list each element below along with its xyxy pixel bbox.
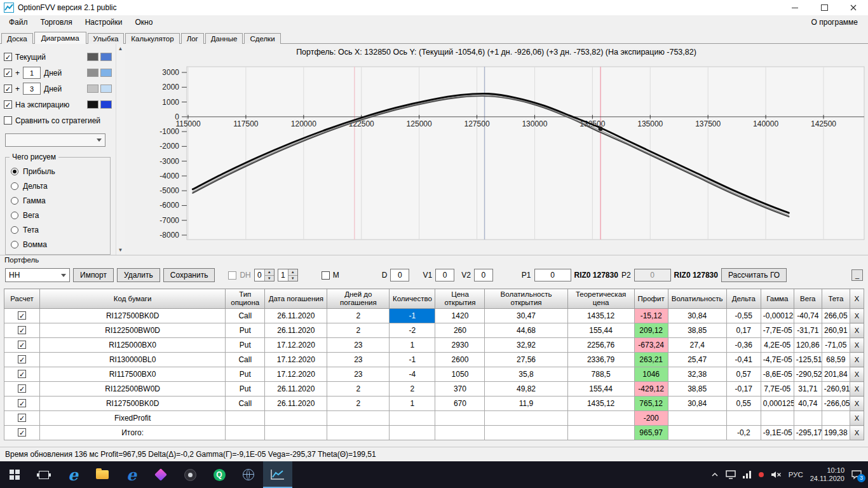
cell-expiry[interactable]: 17.12.2020	[265, 338, 327, 353]
dh-checkbox[interactable]	[228, 271, 236, 280]
hidden-icons-button[interactable]	[711, 472, 719, 477]
delete-button[interactable]: Удалить	[117, 268, 160, 282]
cell-vol[interactable]	[668, 411, 726, 426]
radio-vomma[interactable]	[11, 241, 18, 248]
cell-opt_type[interactable]: Put	[226, 338, 265, 353]
cell-open_vol[interactable]: 11,9	[485, 396, 567, 411]
swatch-current-2[interactable]	[100, 53, 112, 61]
design-app[interactable]	[146, 461, 175, 488]
cell-days_left[interactable]: 2	[327, 309, 390, 323]
spinner-up-icon[interactable]: ▲	[288, 269, 297, 276]
import-button[interactable]: Импорт	[73, 268, 114, 282]
menu-trade[interactable]: Торговля	[34, 16, 79, 29]
cell-theta[interactable]: -260,91	[822, 382, 850, 396]
spinner-down-icon[interactable]: ▼	[265, 276, 274, 281]
column-header-expiry[interactable]: Дата погашения	[265, 289, 327, 309]
row-calc-checkbox[interactable]: ✓	[18, 428, 26, 437]
p2-field[interactable]	[634, 269, 671, 281]
cell-open_price[interactable]: 2600	[435, 353, 485, 367]
optionfvv-app[interactable]	[263, 461, 292, 488]
row-delete-button[interactable]: X	[850, 411, 864, 426]
cell-code[interactable]: RI127500BK0D	[40, 396, 226, 411]
cell-expiry[interactable]: 26.11.2020	[265, 382, 327, 396]
row-calc-checkbox[interactable]: ✓	[18, 355, 26, 363]
spinner-down-icon[interactable]: ▼	[288, 276, 297, 281]
calc-go-button[interactable]: Рассчитать ГО	[721, 268, 787, 282]
row-delete-button[interactable]: X	[850, 426, 864, 440]
cell-qty[interactable]: -1	[390, 353, 435, 367]
checkbox-plus-days-3[interactable]: ✓	[4, 85, 12, 93]
cell-open_price[interactable]	[435, 411, 485, 426]
globe-app[interactable]	[234, 461, 263, 488]
maximize-button[interactable]	[810, 0, 839, 15]
cell-profit[interactable]: 1046	[634, 367, 668, 382]
cell-theo_price[interactable]: 788,5	[567, 367, 634, 382]
cell-days_left[interactable]	[327, 411, 390, 426]
volume-muted-icon[interactable]	[771, 471, 782, 478]
task-view-button[interactable]	[29, 461, 58, 488]
cell-code[interactable]: FixedProfit	[40, 411, 226, 426]
cell-delta[interactable]: 0,17	[726, 323, 761, 338]
cell-vol[interactable]: 38,85	[668, 382, 726, 396]
column-header-days_left[interactable]: Дней до погашения	[327, 289, 390, 309]
strategy-select[interactable]	[5, 133, 105, 147]
display-icon[interactable]	[726, 470, 736, 479]
cell-vega[interactable]: -40,74	[794, 309, 822, 323]
dh-spinner-2[interactable]: 1 ▲▼	[278, 269, 298, 281]
scroll-down-icon[interactable]: ▼	[118, 247, 123, 253]
row-delete-button[interactable]: X	[850, 353, 864, 367]
column-header-calc[interactable]: Расчет	[4, 289, 40, 309]
column-header-theo_price[interactable]: Теоретическая цена	[567, 289, 634, 309]
edge-browser[interactable]: e	[58, 461, 88, 488]
cell-vega[interactable]: 40,74	[794, 396, 822, 411]
network-icon[interactable]	[743, 471, 752, 478]
swatch-current-1[interactable]	[87, 53, 98, 61]
cell-open_price[interactable]: 260	[435, 323, 485, 338]
file-explorer[interactable]	[88, 461, 117, 488]
cell-open_vol[interactable]: 27,56	[485, 353, 567, 367]
media-app[interactable]	[175, 461, 205, 488]
cell-theo_price[interactable]	[567, 411, 634, 426]
cell-vol[interactable]: 27,4	[668, 338, 726, 353]
cell-vol[interactable]: 25,47	[668, 353, 726, 367]
v1-field[interactable]	[435, 269, 454, 281]
row-calc-checkbox[interactable]: ✓	[18, 311, 26, 320]
cell-open_vol[interactable]: 44,68	[485, 323, 567, 338]
column-header-delta[interactable]: Дельта	[726, 289, 761, 309]
cell-profit[interactable]: 209,12	[634, 323, 668, 338]
cell-gamma[interactable]: -7,7E-05	[761, 323, 794, 338]
cell-open_price[interactable]	[435, 426, 485, 440]
row-delete-button[interactable]: X	[850, 338, 864, 353]
tab-sdelki[interactable]: Сделки	[244, 33, 280, 44]
cell-delta[interactable]: -0,55	[726, 309, 761, 323]
column-header-theta[interactable]: Тета	[822, 289, 850, 309]
browser-app[interactable]: e	[117, 461, 146, 488]
column-header-vol[interactable]: Волатильность	[668, 289, 726, 309]
checkbox-current[interactable]: ✓	[4, 53, 12, 61]
column-header-x[interactable]: X	[850, 289, 864, 309]
cell-qty[interactable]: -1	[390, 309, 435, 323]
cell-profit[interactable]: -429,12	[634, 382, 668, 396]
cell-delta[interactable]: -0,41	[726, 353, 761, 367]
cell-vol[interactable]: 32,38	[668, 367, 726, 382]
menu-settings[interactable]: Настройки	[79, 16, 129, 29]
cell-theta[interactable]: -71,05	[822, 338, 850, 353]
save-button[interactable]: Сохранить	[163, 268, 215, 282]
d-field[interactable]	[390, 269, 409, 281]
cell-code[interactable]: RI130000BL0	[40, 353, 226, 367]
cell-delta[interactable]: -0,36	[726, 338, 761, 353]
cell-gamma[interactable]: 4,2E-05	[761, 338, 794, 353]
row-calc-checkbox[interactable]: ✓	[18, 399, 26, 407]
column-header-opt_type[interactable]: Тип опциона	[226, 289, 265, 309]
cell-open_vol[interactable]: 35,8	[485, 367, 567, 382]
cell-expiry[interactable]: 17.12.2020	[265, 367, 327, 382]
row-delete-button[interactable]: X	[850, 309, 864, 323]
cell-vol[interactable]	[668, 426, 726, 440]
swatch-plus-days-1-1[interactable]	[87, 69, 98, 77]
cell-theo_price[interactable]: 2336,79	[567, 353, 634, 367]
row-delete-button[interactable]: X	[850, 396, 864, 411]
cell-theta[interactable]	[822, 411, 850, 426]
tab-doska[interactable]: Доска	[1, 33, 33, 44]
cell-days_left[interactable]: 2	[327, 382, 390, 396]
cell-expiry[interactable]	[265, 411, 327, 426]
